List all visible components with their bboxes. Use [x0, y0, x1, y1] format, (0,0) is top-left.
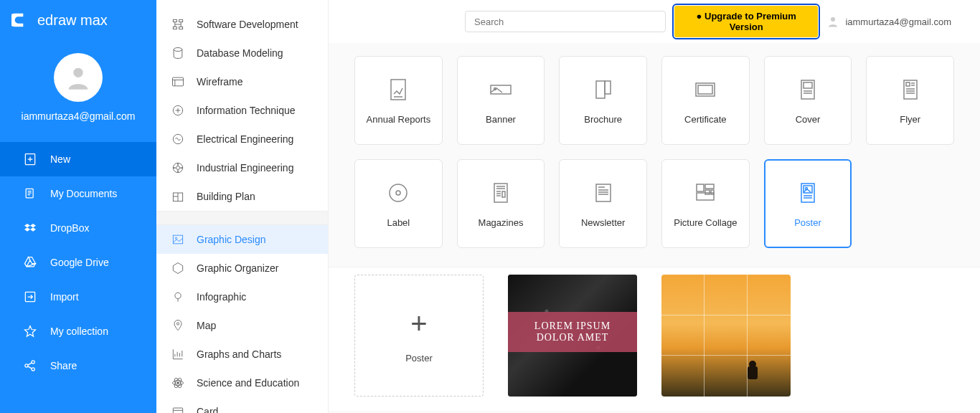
svg-point-27 [831, 17, 835, 22]
card-poster[interactable]: Poster [764, 159, 852, 248]
cat-science-education[interactable]: Science and Education [156, 369, 328, 397]
app-logo: edraw max [0, 0, 156, 40]
cat-database-modeling[interactable]: Database Modeling [156, 39, 328, 67]
user-icon [826, 15, 839, 28]
primary-sidebar: edraw max iammurtaza4@gmail.com New My D… [0, 0, 156, 413]
nav-import[interactable]: Import [0, 280, 156, 314]
logo-icon [11, 10, 32, 30]
plus-icon: + [410, 308, 427, 340]
cat-map[interactable]: Map [156, 311, 328, 340]
cat-label: Graphic Organizer [197, 262, 278, 274]
card-label: Cover [796, 114, 821, 125]
cat-label: Science and Education [197, 377, 299, 389]
card-label: Flyer [900, 114, 920, 125]
cat-label: Graphic Design [197, 234, 266, 245]
profile-email: iammurtaza4@gmail.com [22, 110, 136, 122]
svg-rect-31 [596, 81, 605, 98]
search-input[interactable] [465, 11, 666, 32]
report-icon [385, 77, 411, 103]
nav-new[interactable]: New [0, 142, 156, 176]
search-wrap [465, 11, 666, 32]
banner-icon [488, 77, 514, 103]
svg-rect-46 [705, 190, 710, 194]
category-group-bottom: Graphic Design Graphic Organizer Infogra… [156, 225, 328, 413]
nav-my-collection[interactable]: My collection [0, 314, 156, 348]
magazine-icon [488, 180, 514, 206]
user-info[interactable]: iammurtaza4@gmail.com [826, 15, 966, 28]
cat-card[interactable]: Card [156, 397, 328, 413]
card-annual-reports[interactable]: Annual Reports [354, 56, 443, 145]
nav-label: Import [50, 291, 79, 303]
cat-information-technique[interactable]: Information Technique [156, 96, 328, 125]
card-certificate[interactable]: Certificate [661, 56, 750, 145]
tpl-line1: LOREM IPSUM [534, 321, 611, 332]
card-picture-collage[interactable]: Picture Collage [661, 159, 750, 248]
nav-my-documents[interactable]: My Documents [0, 176, 156, 211]
user-icon [64, 63, 93, 92]
nav-dropbox[interactable]: DropBox [0, 211, 156, 245]
dropbox-icon [23, 221, 37, 235]
tpl-new-poster[interactable]: + Poster [354, 275, 484, 397]
cat-label: Graphs and Charts [197, 348, 281, 360]
svg-point-11 [174, 48, 182, 52]
nav-google-drive[interactable]: Google Drive [0, 245, 156, 280]
template-thumbnails: + Poster LOREM IPSUM DOLOR AMET [329, 267, 980, 411]
tpl-line2: DOLOR AMET [537, 332, 609, 343]
user-email: iammurtaza4@gmail.com [845, 16, 951, 27]
svg-point-21 [176, 323, 179, 325]
card-brochure[interactable]: Brochure [559, 56, 647, 145]
cat-label: Information Technique [197, 105, 296, 116]
cat-graphic-organizer[interactable]: Graphic Organizer [156, 254, 328, 283]
upgrade-button[interactable]: ● Upgrade to Premium Version [674, 6, 818, 37]
svg-rect-8 [179, 19, 183, 22]
tpl-sample-lorem[interactable]: LOREM IPSUM DOLOR AMET [508, 275, 637, 397]
cat-software-development[interactable]: Software Development [156, 10, 328, 39]
category-sidebar: Software Development Database Modeling W… [156, 0, 329, 413]
tpl-sample-sunset[interactable] [661, 275, 791, 397]
silhouette-icon [743, 361, 762, 382]
import-icon [23, 290, 37, 304]
svg-rect-7 [173, 19, 176, 22]
brochure-icon [590, 77, 616, 103]
card-label: Banner [486, 114, 516, 125]
nav-label: Share [50, 360, 77, 371]
card-cover[interactable]: Cover [764, 56, 852, 145]
flyer-icon [897, 77, 923, 103]
svg-point-4 [25, 364, 28, 367]
nav-label: DropBox [50, 222, 89, 234]
content-area: Annual Reports Banner Brochure Certifica… [329, 43, 980, 413]
grid-overlay [661, 275, 791, 397]
card-newsletter[interactable]: Newsletter [559, 159, 647, 248]
nav-label: Google Drive [50, 257, 109, 268]
cat-wireframe[interactable]: Wireframe [156, 67, 328, 96]
card-flyer[interactable]: Flyer [866, 56, 954, 145]
svg-point-5 [32, 361, 34, 364]
cat-label: Database Modeling [197, 47, 283, 59]
svg-rect-34 [698, 85, 712, 94]
card-label: Poster [794, 217, 821, 228]
cat-electrical-engineering[interactable]: Electrical Engineering [156, 125, 328, 153]
gdrive-icon [23, 255, 37, 270]
card-label[interactable]: Label [354, 159, 443, 248]
svg-rect-12 [173, 77, 184, 86]
cat-label: Infographic [197, 291, 246, 303]
svg-rect-44 [697, 184, 704, 191]
cat-graphs-charts[interactable]: Graphs and Charts [156, 340, 328, 369]
cat-graphic-design[interactable]: Graphic Design [156, 225, 328, 254]
main-area: ● Upgrade to Premium Version iammurtaza4… [329, 0, 980, 413]
cat-industrial-engineering[interactable]: Industrial Engineering [156, 153, 328, 182]
svg-rect-45 [705, 184, 714, 189]
avatar[interactable] [54, 53, 103, 102]
cover-icon [795, 77, 821, 103]
card-banner[interactable]: Banner [457, 56, 545, 145]
nav-share[interactable]: Share [0, 348, 156, 383]
svg-rect-32 [605, 81, 611, 94]
collage-icon [692, 180, 718, 206]
card-label: Label [387, 217, 410, 228]
cat-building-plan[interactable]: Building Plan [156, 182, 328, 211]
card-label: Magazines [479, 217, 524, 228]
certificate-icon [692, 77, 718, 103]
cat-label: Industrial Engineering [197, 162, 293, 174]
cat-infographic[interactable]: Infographic [156, 283, 328, 311]
card-magazines[interactable]: Magazines [457, 159, 545, 248]
